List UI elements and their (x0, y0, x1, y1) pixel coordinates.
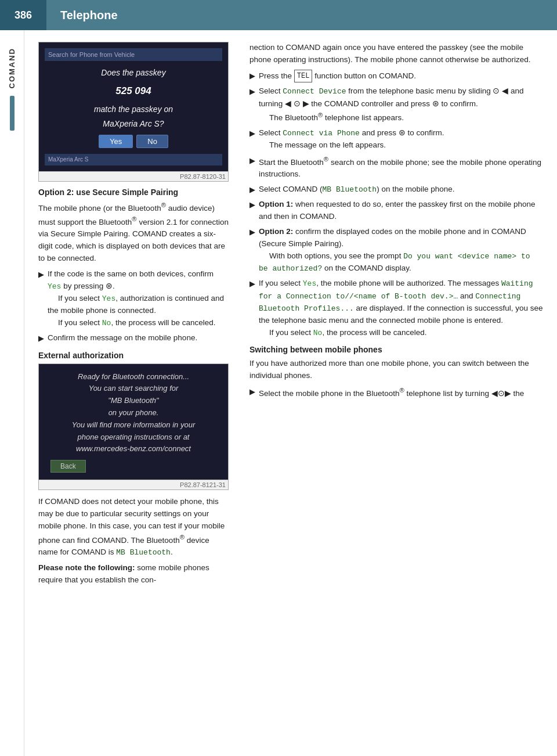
sidebar-accent (10, 96, 15, 131)
ss1-yes-button[interactable]: Yes (99, 135, 133, 148)
right-bullet-1: ▶ Press the TEL function button on COMAN… (249, 70, 543, 83)
right-bullet-arrow-1: ▶ (249, 70, 255, 82)
right-bullet-5: ▶ Select COMAND (MB Bluetooth) on the mo… (249, 183, 543, 196)
sidebar-label: COMAND (8, 48, 16, 89)
right-bullet-9: ▶ Select the mobile phone in the Bluetoo… (249, 386, 543, 399)
right-bullet-text-9: Select the mobile phone in the Bluetooth… (259, 386, 543, 399)
ss2-line2: You can start searching for (89, 383, 179, 395)
right-bullet-8: ▶ If you select Yes, the mobile phone wi… (249, 278, 543, 339)
right-bullet-arrow-6: ▶ (249, 199, 255, 211)
bt-list-note: The Bluetooth® telephone list appears. (259, 113, 404, 122)
section1-heading: Option 2: use Secure Simple Pairing (38, 188, 229, 197)
bullet-sub1: If you select Yes, authorization is cont… (48, 294, 224, 315)
ss1-top-bar: Search for Phone from Vehicle (45, 48, 222, 61)
right-para1: nection to COMAND again once you have en… (249, 42, 543, 66)
do-you-want-label: Do you want <device name> to be authoriz… (259, 252, 530, 273)
sidebar: COMAND (0, 30, 24, 756)
right-bullet-text-8: If you select Yes, the mobile phone will… (259, 278, 543, 339)
cancel-note: If you select No, the process will be ca… (259, 328, 427, 337)
right-column: nection to COMAND again once you have en… (239, 42, 557, 744)
page-title: Telephone (46, 9, 118, 22)
page-number: 386 (0, 0, 46, 30)
right-bullet-text-3: Select Connect via Phone and press ⊛ to … (259, 127, 543, 152)
tel-box: TEL (294, 70, 313, 83)
ss2-line1: Ready for Bluetooth connection... (78, 371, 189, 383)
section2-body1: If COMAND does not detect your mobile ph… (38, 496, 229, 559)
right-bullet-arrow-8: ▶ (249, 278, 255, 290)
ss1-top-bar-text: Search for Phone from Vehicle (48, 51, 135, 58)
page-layout: COMAND Search for Phone from Vehicle Doe… (0, 30, 557, 756)
switching-body: If you have authorized more than one mob… (249, 358, 543, 382)
right-bullet-arrow-3: ▶ (249, 128, 255, 139)
right-bullet-arrow-4: ▶ (249, 155, 255, 167)
yes-label-1: Yes (48, 282, 61, 291)
ss1-line3: match the passkey on (94, 103, 173, 116)
right-bullet-text-6: Option 1: when requested to do so, enter… (259, 199, 543, 223)
bullet-text-2: Confirm the message on the mobile phone. (48, 332, 229, 344)
right-bullet-3: ▶ Select Connect via Phone and press ⊛ t… (249, 127, 543, 152)
message-left-note: The message on the left appears. (259, 141, 386, 149)
left-column: Search for Phone from Vehicle Does the p… (24, 42, 239, 744)
right-bullet-7: ▶ Option 2: confirm the displayed codes … (249, 226, 543, 275)
ss1-caption: P82.87-8120-31 (39, 171, 228, 181)
bullet-text-1: If the code is the same on both devices,… (48, 268, 229, 329)
connect-device-label: Connect Device (283, 87, 346, 96)
bullet-arrow-1: ▶ (38, 269, 44, 280)
screenshot-2: Ready for Bluetooth connection... You ca… (38, 363, 229, 491)
right-bullet-text-2: Select Connect Device from the telephone… (259, 85, 543, 124)
ss2-line7: www.mercedes-benz.com/connect (76, 443, 191, 455)
right-bullet-text-7: Option 2: confirm the displayed codes on… (259, 226, 543, 275)
main-content: Search for Phone from Vehicle Does the p… (24, 30, 557, 756)
right-bullet-6: ▶ Option 1: when requested to do so, ent… (249, 199, 543, 223)
ss2-inner: Ready for Bluetooth connection... You ca… (39, 364, 228, 480)
right-bullet-text-5: Select COMAND (MB Bluetooth) on the mobi… (259, 183, 543, 196)
ss1-bottom-text: MaXperia Arc S (48, 156, 88, 163)
prompt-note: With both options, you see the prompt Do… (259, 251, 530, 272)
bullet-item-1: ▶ If the code is the same on both device… (38, 268, 229, 329)
section2-note: Please note the following: some mobile p… (38, 562, 229, 586)
right-bullet-text-1: Press the TEL function button on COMAND. (259, 70, 543, 83)
header-bar: 386 Telephone (0, 0, 557, 30)
ss1-line4: MaXperia Arc S? (103, 118, 164, 130)
right-bullet-arrow-5: ▶ (249, 184, 255, 196)
right-bullet-arrow-2: ▶ (249, 86, 255, 98)
mb-bluetooth-ref: MB Bluetooth (323, 185, 377, 194)
yes-label-2: Yes (102, 294, 115, 303)
section1-body: The mobile phone (or the Bluetooth® audi… (38, 200, 229, 265)
no-label-2: No (313, 329, 323, 337)
right-bullet-2: ▶ Select Connect Device from the telepho… (249, 85, 543, 124)
ss2-line5: You will find more information in your (72, 419, 195, 431)
bullet-item-2: ▶ Confirm the message on the mobile phon… (38, 332, 229, 344)
no-label-1: No (102, 319, 111, 327)
bullet-arrow-2: ▶ (38, 333, 44, 344)
ss1-no-button[interactable]: No (136, 135, 168, 148)
option1-bold: Option 1: (259, 200, 293, 208)
screenshot-1-inner: Search for Phone from Vehicle Does the p… (39, 42, 228, 171)
option2-bold: Option 2: (259, 227, 293, 236)
ss2-line4: on your phone. (108, 407, 159, 419)
ss2-line3: "MB Bluetooth" (108, 395, 158, 407)
screenshot-1: Search for Phone from Vehicle Does the p… (38, 42, 229, 182)
ss1-line2: 525 094 (115, 84, 151, 99)
right-bullet-text-4: Start the Bluetooth® search on the mobil… (259, 154, 543, 181)
section2-heading: External authorization (38, 351, 229, 360)
switching-heading: Switching between mobile phones (249, 345, 543, 354)
please-note-bold: Please note the following: (38, 563, 135, 572)
yes-label-3: Yes (303, 279, 316, 288)
bullet-sub2: If you select No, the process will be ca… (48, 318, 216, 327)
ss1-line1: Does the passkey (101, 67, 165, 79)
mb-bluetooth-label: MB Bluetooth (116, 548, 171, 557)
ss1-buttons: Yes No (99, 135, 168, 148)
ss2-caption: P82.87-8121-31 (39, 480, 228, 489)
right-bullet-4: ▶ Start the Bluetooth® search on the mob… (249, 154, 543, 181)
ss2-back-button[interactable]: Back (50, 460, 86, 473)
ss2-line6: phone operating instructions or at (78, 431, 190, 444)
connect-via-phone-label: Connect via Phone (283, 129, 360, 138)
ss1-bottom-bar: MaXperia Arc S (45, 154, 222, 165)
right-bullet-arrow-7: ▶ (249, 226, 255, 238)
right-bullet-arrow-9: ▶ (249, 386, 255, 398)
